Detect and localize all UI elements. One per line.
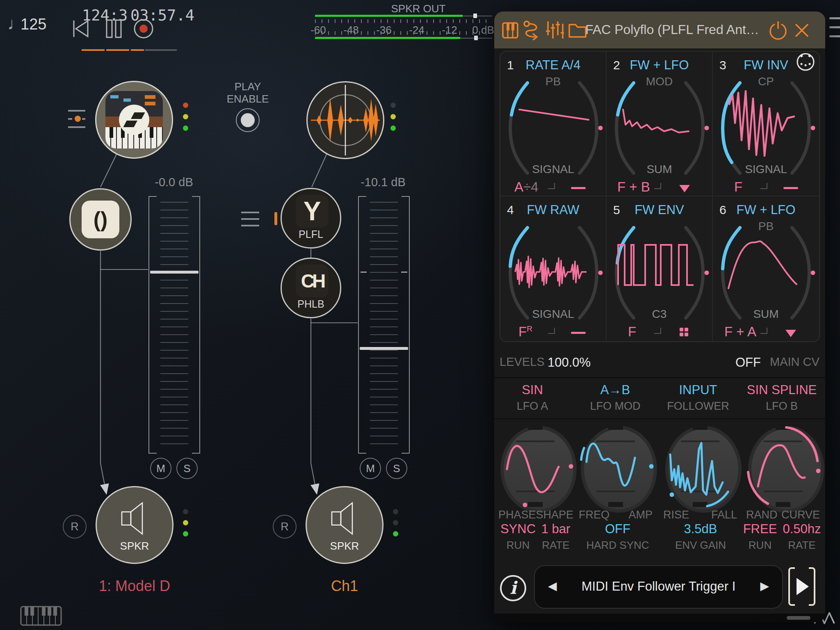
channel-settings-icon[interactable] (68, 118, 72, 120)
channel-settings-icon[interactable] (82, 118, 85, 120)
channel-settings-icon[interactable] (68, 126, 85, 128)
solo-button[interactable]: S (176, 458, 198, 479)
knob-label-curve: CURVE (781, 509, 820, 521)
channel-name-ch1[interactable]: Ch1 (283, 578, 406, 595)
slot-value[interactable]: FR (518, 324, 532, 340)
slot-value[interactable]: F + B (617, 179, 650, 195)
bottom-scrollbar-track[interactable] (494, 614, 825, 622)
mode-dash-icon[interactable] (571, 332, 586, 334)
mode-grid-icon[interactable] (680, 328, 688, 336)
knob-phase-shape[interactable] (496, 425, 574, 507)
effect-node-paren[interactable]: () (69, 188, 132, 251)
knob-label-shape: SHAPE (536, 509, 574, 521)
channel-name-model-d[interactable]: 1: Model D (73, 578, 196, 595)
midi-din-icon[interactable] (796, 52, 815, 71)
preset-load-button[interactable] (788, 567, 815, 606)
tab-lfo-b[interactable]: SIN SPLINE LFO B (745, 383, 819, 413)
fader-handle[interactable] (360, 347, 408, 350)
keyboard-icon[interactable] (502, 21, 519, 39)
solo-button[interactable]: S (386, 458, 407, 479)
slot-value[interactable]: F + A (724, 324, 756, 340)
fader-handle[interactable] (150, 271, 199, 274)
knob-freq-amp[interactable] (577, 425, 655, 507)
mode-triangle-icon[interactable] (785, 330, 796, 337)
mode-triangle-icon[interactable] (679, 185, 690, 192)
close-icon[interactable] (794, 23, 809, 38)
slot-name: RATE A/4 (500, 58, 606, 73)
slot-name: FW + LFO (713, 203, 819, 217)
preset-next-icon[interactable]: ▶ (760, 579, 769, 593)
param-rate-a[interactable]: 1 bar RATE (533, 522, 578, 552)
slot-5[interactable]: 5 FW ENV C3 F (607, 196, 713, 341)
slot-waveform (500, 224, 607, 322)
channel-settings-dot[interactable] (75, 116, 81, 122)
channel-settings-icon[interactable] (241, 212, 259, 213)
routing-icon[interactable] (523, 21, 542, 40)
param-run-b[interactable]: FREE RUN (737, 522, 783, 552)
plfl-plugin-node[interactable]: Y PLFL (281, 188, 341, 249)
record-arm-button[interactable]: R (63, 515, 87, 539)
menu-icon[interactable] (829, 17, 840, 19)
tab-label: LFO A (500, 400, 565, 413)
phlb-app-icon: CH (296, 265, 329, 297)
fader-rail (199, 196, 200, 454)
led-green (393, 531, 398, 536)
knob-label-phase: PHASE (498, 509, 536, 521)
slot-1[interactable]: 1 RATE A/4 PB SIGNAL A÷4 (500, 52, 607, 196)
channel-settings-icon[interactable] (241, 218, 259, 220)
mute-button[interactable]: M (360, 458, 381, 479)
fader-db-label: -10.1 dB (350, 176, 416, 189)
phlb-plugin-node[interactable]: CH PHLB (281, 258, 341, 318)
channel-settings-icon[interactable] (241, 225, 259, 226)
slot-6[interactable]: 6 FW + LFO PB SUM F + A (713, 196, 819, 341)
menu-icon[interactable] (829, 35, 840, 37)
knob-rise-fall[interactable] (661, 425, 739, 507)
tab-follower[interactable]: INPUT FOLLOWER (665, 383, 731, 413)
corner-mark (760, 328, 767, 334)
main-cv-off-toggle[interactable]: OFF (735, 355, 761, 370)
slot-zone-label: SIGNAL (500, 308, 606, 321)
keyboard-toggle-icon[interactable] (20, 605, 62, 627)
plfl-app-icon: Y (296, 195, 329, 228)
slot-3[interactable]: 3 FW INV CP SIGNAL F (713, 52, 819, 196)
menu-icon[interactable] (829, 26, 840, 28)
speaker-node[interactable]: SPKR (306, 486, 383, 564)
slot-grid: 1 RATE A/4 PB SIGNAL A÷4 2 FW + LFO (500, 51, 820, 342)
param-rate-b[interactable]: 0.50hz RATE (779, 522, 824, 552)
slot-value[interactable]: F (734, 179, 742, 195)
mode-dash-icon[interactable] (783, 187, 798, 189)
speaker-node[interactable]: SPKR (96, 486, 173, 564)
tab-lfo-mod[interactable]: A→B LFO MOD (582, 383, 648, 413)
play-enable-button[interactable] (236, 108, 260, 132)
slot-waveform (500, 79, 607, 177)
preset-selector[interactable]: ◀ MIDI Env Follower Trigger I ▶ (534, 565, 783, 609)
knob-rand-curve[interactable] (744, 425, 822, 507)
param-value: FREE (737, 522, 783, 536)
bottom-scrollbar-handle[interactable] (787, 616, 810, 620)
led-green (183, 126, 188, 131)
levels-value[interactable]: 100.0% (548, 355, 591, 370)
audio-file-node[interactable] (306, 81, 384, 159)
mode-dash-icon[interactable] (571, 187, 586, 189)
tab-value: INPUT (665, 383, 731, 397)
slot-value[interactable]: F (628, 324, 636, 340)
channel-leds (390, 103, 396, 131)
info-icon[interactable]: i (499, 574, 527, 602)
folder-icon[interactable] (568, 22, 587, 39)
slot-4[interactable]: 4 FW RAW SIGNAL FR (500, 196, 607, 341)
channel-settings-icon[interactable] (68, 110, 85, 112)
corner-mark (548, 328, 555, 334)
model-d-node[interactable] (95, 81, 173, 159)
tab-lfo-a[interactable]: SIN LFO A (500, 383, 565, 413)
param-label: HARD SYNC (583, 539, 653, 552)
param-hard-sync[interactable]: OFF HARD SYNC (583, 522, 653, 552)
mixer-faders-icon[interactable] (546, 21, 564, 39)
mute-button[interactable]: M (150, 458, 171, 479)
param-env-gain[interactable]: 3.5dB ENV GAIN (666, 522, 735, 552)
slot-value[interactable]: A÷4 (514, 179, 538, 195)
record-arm-button[interactable]: R (273, 515, 297, 539)
mute-label: M (366, 462, 375, 475)
power-icon[interactable] (768, 21, 788, 40)
slot-2[interactable]: 2 FW + LFO MOD SUM F + B (607, 52, 713, 196)
preset-prev-icon[interactable]: ◀ (548, 579, 557, 593)
